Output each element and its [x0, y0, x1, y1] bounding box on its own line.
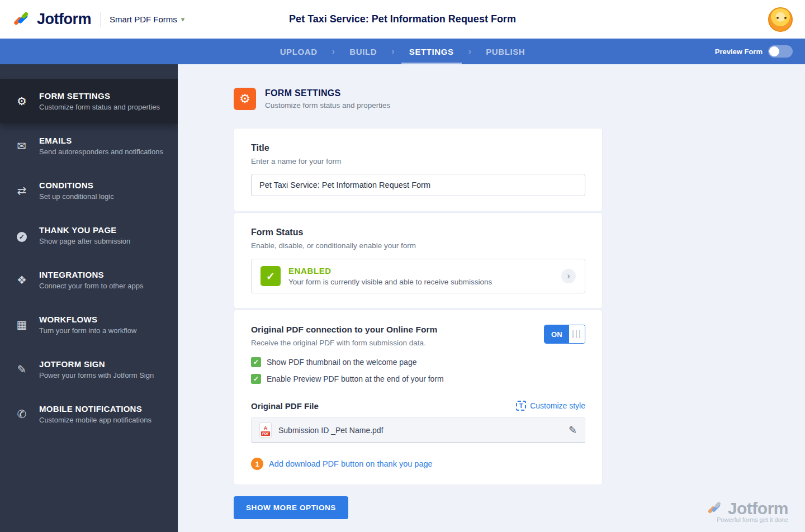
sidebar-item-desc: Turn your form into a workflow — [39, 326, 136, 335]
add-download-pdf-link[interactable]: Add download PDF button on thank you pag… — [269, 459, 433, 468]
sidebar-item-thank-you-page[interactable]: ✓ THANK YOU PAGE Show page after submiss… — [0, 213, 178, 258]
sidebar-item-desc: Set up conditional logic — [39, 192, 114, 201]
watermark: Jotform Powerful forms get it done — [707, 499, 788, 523]
pdf-connection-header: Original PDF connection to your Online F… — [251, 325, 585, 347]
watermark-brand: Jotform — [728, 499, 788, 518]
sidebar-item-desc: Connect your form to other apps — [39, 282, 143, 290]
section-title: FORM SETTINGS — [265, 88, 390, 98]
form-status-label: Form Status — [251, 227, 585, 238]
settings-cards: Title Enter a name for your form Form St… — [234, 128, 603, 519]
sidebar-item-integrations[interactable]: ❖ INTEGRATIONS Connect your form to othe… — [0, 258, 178, 302]
preview-form-label: Preview Form — [715, 48, 763, 56]
pdf-file-row[interactable]: A PDF Submission ID _Pet Name.pdf ✎ — [251, 417, 585, 443]
mobile-icon: ✆ — [15, 407, 29, 421]
sidebar-item-text: JOTFORM SIGN Power your forms with Jotfo… — [39, 359, 154, 379]
chevron-right-icon[interactable]: › — [561, 269, 576, 283]
chevron-down-icon: ▾ — [181, 15, 185, 23]
status-badge: ENABLED — [288, 266, 492, 276]
chevron-right-icon: › — [332, 46, 335, 57]
tab-build[interactable]: BUILD — [347, 39, 379, 64]
original-pdf-file-header: Original PDF File T Customize style — [251, 401, 585, 411]
sidebar-item-conditions[interactable]: ⇄ CONDITIONS Set up conditional logic — [0, 168, 178, 213]
pdf-file-name: Submission ID _Pet Name.pdf — [278, 426, 383, 435]
sidebar-item-title: JOTFORM SIGN — [39, 359, 154, 369]
add-download-row: 1 Add download PDF button on thank you p… — [251, 458, 585, 470]
preview-form-toggle[interactable] — [768, 45, 793, 58]
branch-icon: ⇄ — [15, 184, 29, 197]
form-status-selector[interactable]: ✓ ENABLED Your form is currently visible… — [251, 259, 585, 293]
edit-pencil-icon[interactable]: ✎ — [569, 424, 577, 436]
pdf-preview-option: ✓ Enable Preview PDF button at the end o… — [251, 374, 585, 384]
section-subtitle: Customize form status and properties — [265, 101, 390, 110]
pen-icon: ✎ — [15, 363, 29, 376]
puzzle-icon: ❖ — [15, 273, 29, 287]
pdf-connection-text: Original PDF connection to your Online F… — [251, 325, 437, 347]
show-more-options-button[interactable]: SHOW MORE OPTIONS — [234, 496, 348, 519]
sidebar-item-mobile-notifications[interactable]: ✆ MOBILE NOTIFICATIONS Customize mobile … — [0, 392, 178, 436]
workflow-icon: ▦ — [15, 318, 29, 331]
top-header: Jotform Smart PDF Forms ▾ Pet Taxi Servi… — [0, 0, 805, 39]
pdf-connection-toggle[interactable]: ON — [544, 325, 585, 344]
body-row: ⚙ FORM SETTINGS Customize form status an… — [0, 64, 805, 532]
sidebar-item-title: INTEGRATIONS — [39, 270, 143, 279]
status-text: ENABLED Your form is currently visible a… — [288, 266, 492, 286]
sidebar-item-workflows[interactable]: ▦ WORKFLOWS Turn your form into a workfl… — [0, 302, 178, 347]
toggle-grip — [569, 325, 585, 343]
sidebar-item-text: WORKFLOWS Turn your form into a workflow — [39, 315, 136, 335]
pdf-thumbnail-option: ✓ Show PDF thumbnail on the welcome page — [251, 357, 585, 367]
jotform-logo-icon — [12, 10, 31, 29]
pdf-connection-hint: Receive the original PDF with form submi… — [251, 339, 437, 347]
mail-icon: ✉ — [15, 139, 29, 153]
sidebar-item-emails[interactable]: ✉ EMAILS Send autoresponders and notific… — [0, 124, 178, 168]
main-content: ⚙ FORM SETTINGS Customize form status an… — [178, 64, 805, 532]
check-circle-icon: ✓ — [15, 229, 29, 242]
gear-icon: ⚙ — [15, 94, 29, 108]
sidebar-item-text: CONDITIONS Set up conditional logic — [39, 180, 114, 201]
pdf-connection-card: Original PDF connection to your Online F… — [234, 310, 603, 485]
tab-upload[interactable]: UPLOAD — [278, 39, 320, 64]
step-badge: 1 — [251, 458, 263, 470]
gear-icon: ⚙ — [234, 88, 256, 110]
pdf-band: PDF — [261, 431, 270, 436]
status-description: Your form is currently visible and able … — [288, 278, 492, 286]
form-status-hint: Enable, disable, or conditionally enable… — [251, 241, 585, 250]
header-divider — [100, 12, 101, 27]
original-pdf-file-label: Original PDF File — [251, 401, 319, 411]
sidebar-item-title: FORM SETTINGS — [39, 91, 160, 101]
watermark-tagline: Powerful forms get it done — [707, 516, 788, 523]
toggle-on-label: ON — [544, 325, 569, 343]
sidebar-item-jotform-sign[interactable]: ✎ JOTFORM SIGN Power your forms with Jot… — [0, 347, 178, 392]
preview-form-control: Preview Form — [715, 39, 793, 64]
title-hint: Enter a name for your form — [251, 157, 585, 165]
sidebar-item-desc: Customize form status and properties — [39, 103, 160, 111]
sidebar-item-title: WORKFLOWS — [39, 315, 136, 324]
product-switcher[interactable]: Smart PDF Forms ▾ — [110, 15, 184, 24]
checkbox-checked[interactable]: ✓ — [251, 357, 261, 367]
sidebar-item-text: MOBILE NOTIFICATIONS Customize mobile ap… — [39, 404, 151, 424]
brand[interactable]: Jotform — [12, 10, 91, 29]
form-status-card: Form Status Enable, disable, or conditio… — [234, 212, 603, 308]
form-title-input[interactable] — [251, 174, 585, 196]
jotform-watermark-icon — [707, 500, 723, 517]
sidebar-item-text: THANK YOU PAGE Show page after submissio… — [39, 225, 130, 245]
sidebar: ⚙ FORM SETTINGS Customize form status an… — [0, 64, 178, 532]
page-title: Pet Taxi Service: Pet Information Reques… — [289, 13, 516, 25]
check-glyph: ✓ — [17, 232, 27, 242]
pdf-connection-label: Original PDF connection to your Online F… — [251, 325, 437, 335]
product-name: Smart PDF Forms — [110, 15, 177, 24]
sidebar-item-title: MOBILE NOTIFICATIONS — [39, 404, 151, 414]
brand-name: Jotform — [37, 11, 91, 28]
sidebar-item-title: CONDITIONS — [39, 180, 114, 190]
sidebar-item-title: THANK YOU PAGE — [39, 225, 130, 235]
pdf-mark: A — [264, 426, 268, 431]
avatar[interactable] — [768, 7, 793, 32]
checkbox-checked[interactable]: ✓ — [251, 374, 261, 384]
tab-settings[interactable]: SETTINGS — [407, 39, 456, 64]
tab-publish[interactable]: PUBLISH — [484, 39, 527, 64]
sidebar-item-text: EMAILS Send autoresponders and notificat… — [39, 136, 163, 156]
checkbox-label: Show PDF thumbnail on the welcome page — [267, 358, 416, 367]
customize-style-label: Customize style — [530, 401, 585, 410]
sidebar-item-form-settings[interactable]: ⚙ FORM SETTINGS Customize form status an… — [0, 79, 178, 124]
customize-style-link[interactable]: T Customize style — [516, 401, 585, 411]
sidebar-item-text: FORM SETTINGS Customize form status and … — [39, 91, 160, 111]
